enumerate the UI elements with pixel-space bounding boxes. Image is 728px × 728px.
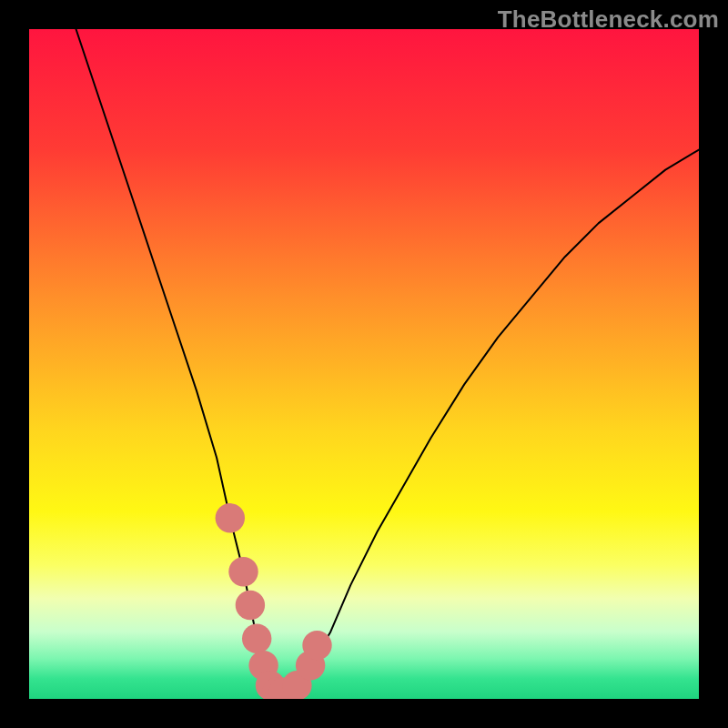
marker-dot: [216, 503, 245, 532]
chart-frame: TheBottleneck.com: [0, 0, 728, 728]
gradient-background: [29, 29, 699, 699]
marker-dot: [236, 591, 265, 620]
plot-area: [29, 29, 699, 699]
watermark-text: TheBottleneck.com: [498, 5, 719, 34]
marker-dot: [228, 557, 258, 586]
chart-svg: [29, 29, 699, 699]
marker-dot: [302, 631, 331, 660]
marker-dot: [242, 624, 271, 653]
